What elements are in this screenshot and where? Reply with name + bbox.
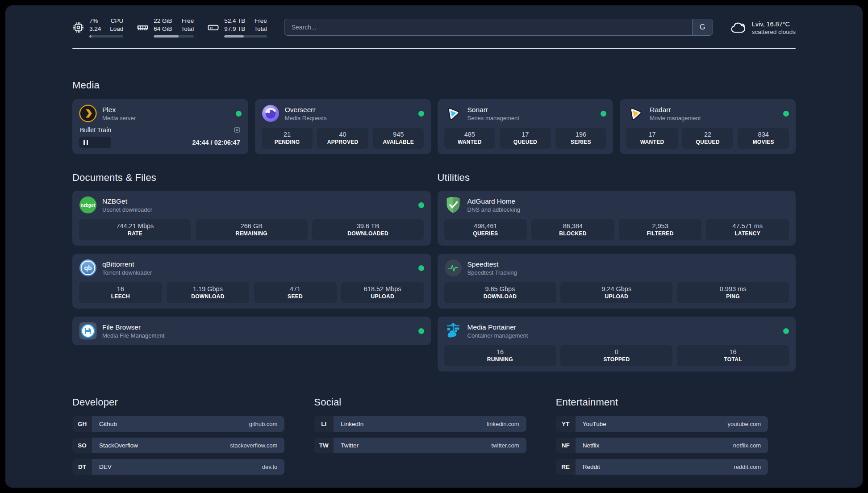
free-label: Free <box>254 17 267 25</box>
disk-stat: 52.4 TB 97.9 TB Free Total <box>207 17 267 38</box>
app-name: Plex <box>102 106 136 114</box>
stat-total: 16TOTAL <box>677 345 789 366</box>
bookmark-github[interactable]: GH Github github.com <box>72 416 284 432</box>
bookmark-twitter[interactable]: TW Twitter twitter.com <box>314 438 526 453</box>
cloud-icon <box>730 21 746 33</box>
app-name: qBittorrent <box>102 260 152 268</box>
ram-icon <box>137 21 149 33</box>
status-online-dot <box>601 111 606 117</box>
qbittorrent-icon: qb <box>79 259 97 277</box>
weather-widget[interactable]: Lviv, 16.87°C scattered clouds <box>730 20 796 35</box>
header: 7% 3.24 CPU Load <box>72 17 796 38</box>
total-label: Total <box>181 25 194 33</box>
app-subtitle: Series management <box>467 115 519 121</box>
status-online-dot <box>418 202 424 208</box>
cpu-usage: 7% <box>89 17 101 25</box>
load-label: Load <box>110 25 123 33</box>
status-online-dot <box>783 328 789 334</box>
bookmark-name: DEV <box>99 464 112 470</box>
overseerr-icon <box>262 104 280 122</box>
playback-progress-bar: 24:44 / 02:06:47 <box>79 137 242 148</box>
app-name: AdGuard Home <box>467 197 521 205</box>
bookmark-reddit[interactable]: RE Reddit reddit.com <box>556 459 768 475</box>
ram-total: 64 GiB <box>154 25 172 33</box>
now-playing-title: Bullet Train <box>80 126 111 134</box>
bookmark-name: Github <box>99 421 117 427</box>
stat-approved: 40APPROVED <box>317 128 368 149</box>
system-stats: 7% 3.24 CPU Load <box>72 17 267 38</box>
app-card-radarr[interactable]: Radarr Movie management 17WANTED 22QUEUE… <box>620 99 796 154</box>
section-utilities: Utilities <box>438 172 796 372</box>
cpu-progress-bar <box>89 35 123 38</box>
speedtest-icon <box>444 259 462 277</box>
sonarr-icon <box>444 104 462 122</box>
disk-free: 52.4 TB <box>224 17 245 25</box>
section-title-utilities: Utilities <box>438 172 796 184</box>
app-card-qbittorrent[interactable]: qb qBittorrent Torrent downloader 16LEEC… <box>72 254 431 309</box>
app-card-overseerr[interactable]: Overseerr Media Requests 21PENDING 40APP… <box>255 99 431 154</box>
app-name: Overseerr <box>285 106 327 114</box>
ram-free: 22 GiB <box>154 17 172 25</box>
stat-blocked: 86,384BLOCKED <box>531 219 614 240</box>
bookmark-url: dev.to <box>262 464 277 470</box>
bookmark-linkedin[interactable]: LI LinkedIn linkedin.com <box>314 416 526 432</box>
section-media: Media Plex Media server <box>72 79 796 154</box>
filebrowser-icon <box>79 322 97 340</box>
app-card-nzbget[interactable]: nzbget NZBGet Usenet downloader 744.21 M… <box>72 191 431 246</box>
adguard-icon <box>444 196 462 214</box>
section-social: Social LI LinkedIn linkedin.com TW Twitt… <box>314 397 526 459</box>
bookmark-abbr: SO <box>72 438 92 453</box>
bookmark-name: Netflix <box>583 442 600 449</box>
search-engine-button[interactable]: G <box>692 19 713 35</box>
bookmark-abbr: NF <box>556 438 576 453</box>
stat-running: 16RUNNING <box>444 345 556 366</box>
stat-seed: 471SEED <box>254 282 337 303</box>
free-label: Free <box>181 17 194 25</box>
status-online-dot <box>783 111 789 117</box>
app-card-filebrowser[interactable]: File Browser Media File Management <box>72 317 431 345</box>
weather-location: Lviv, 16.87°C <box>752 20 796 29</box>
status-online-dot <box>418 265 424 271</box>
stat-available: 945AVAILABLE <box>373 128 424 149</box>
stat-movies: 834MOVIES <box>738 128 789 149</box>
bookmark-name: Twitter <box>341 442 359 449</box>
app-name: Sonarr <box>467 106 519 114</box>
disk-icon <box>207 21 219 33</box>
bookmark-url: reddit.com <box>734 464 761 470</box>
nzbget-icon: nzbget <box>79 196 97 214</box>
plex-now-playing: Bullet Train 24:44 / 02:06:47 <box>79 126 242 148</box>
app-subtitle: Container management <box>467 332 528 339</box>
stat-queued: 22QUEUED <box>682 128 734 149</box>
pause-button[interactable] <box>83 140 88 145</box>
bookmark-url: youtube.com <box>728 421 761 427</box>
bookmark-name: YouTube <box>583 421 606 427</box>
app-card-speedtest[interactable]: Speedtest Speedtest Tracking 9.65 GbpsDO… <box>438 254 796 309</box>
stat-remaining: 266 GBREMAINING <box>196 219 308 240</box>
stat-ping: 0.993 msPING <box>677 282 789 303</box>
stat-leech: 16LEECH <box>79 282 162 303</box>
search-input[interactable] <box>284 19 692 35</box>
bookmark-url: netflix.com <box>733 442 761 449</box>
weather-condition: scattered clouds <box>752 29 796 35</box>
ram-progress-bar <box>154 35 194 38</box>
bookmark-stackoverflow[interactable]: SO StackOverflow stackoverflow.com <box>72 438 284 453</box>
plex-icon <box>79 104 97 122</box>
app-subtitle: Usenet downloader <box>102 206 152 213</box>
app-subtitle: Media Requests <box>285 115 327 121</box>
stat-queries: 498,461QUERIES <box>444 219 527 240</box>
stat-wanted: 485WANTED <box>444 128 496 149</box>
app-card-plex[interactable]: Plex Media server Bullet Train <box>72 99 248 154</box>
radarr-icon <box>626 104 644 122</box>
bookmark-dev[interactable]: DT DEV dev.to <box>72 459 284 475</box>
total-label: Total <box>254 25 267 33</box>
ram-stat: 22 GiB 64 GiB Free Total <box>137 17 194 38</box>
stat-stopped: 0STOPPED <box>560 345 672 366</box>
bookmark-netflix[interactable]: NF Netflix netflix.com <box>556 438 768 453</box>
app-card-portainer[interactable]: Media Portainer Container management 16R… <box>438 317 796 372</box>
stat-queued: 17QUEUED <box>500 128 551 149</box>
app-card-adguard[interactable]: AdGuard Home DNS and adblocking 498,461Q… <box>438 191 796 246</box>
search-bar: G <box>284 19 713 36</box>
bookmark-url: twitter.com <box>492 442 519 449</box>
bookmark-youtube[interactable]: YT YouTube youtube.com <box>556 416 768 432</box>
app-card-sonarr[interactable]: Sonarr Series management 485WANTED 17QUE… <box>438 99 613 154</box>
